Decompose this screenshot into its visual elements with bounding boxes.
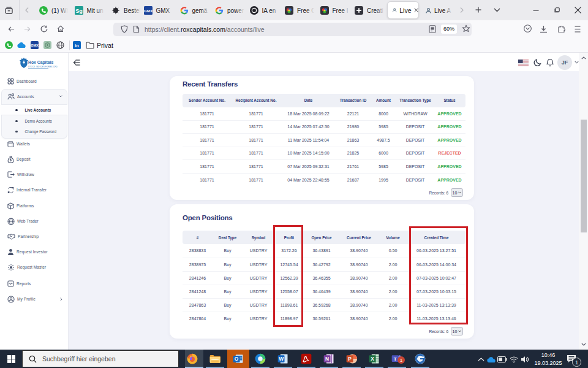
- svg-text:T: T: [394, 356, 397, 362]
- svg-text:N: N: [325, 356, 329, 362]
- svg-text:in: in: [75, 43, 79, 48]
- svg-text:P: P: [348, 356, 352, 362]
- svg-text:Sg: Sg: [75, 8, 83, 14]
- svg-text:GMX: GMX: [31, 44, 39, 47]
- svg-text:GMX: GMX: [144, 9, 153, 13]
- svg-text:X: X: [371, 356, 374, 362]
- svg-text:W: W: [279, 356, 284, 362]
- svg-text:O: O: [235, 356, 239, 362]
